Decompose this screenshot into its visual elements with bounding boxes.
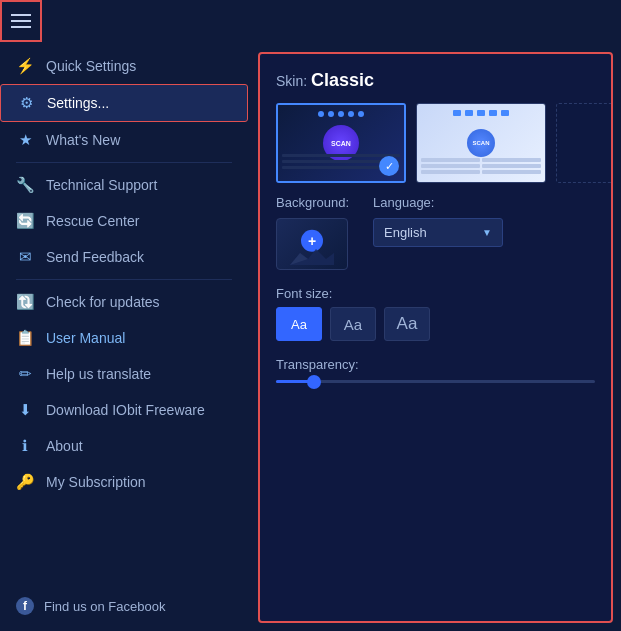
background-group: Background: + [276,195,349,270]
skin-thumb-dark[interactable]: SCAN ✓ [276,103,406,183]
sidebar-item-help-translate[interactable]: ✏ Help us translate [0,356,248,392]
thumb-dot [318,111,324,117]
font-size-small-label: Aa [291,317,307,332]
thumb2-lines [421,158,541,174]
font-size-large[interactable]: Aa [384,307,430,341]
skin-section-title: Skin: Classic [276,70,595,91]
facebook-label: Find us on Facebook [44,599,165,614]
sidebar-item-label: Technical Support [46,177,157,193]
thumb2-nav-item [453,110,461,116]
hamburger-menu[interactable] [0,0,42,42]
thumb2-line [482,170,541,174]
thumb-dots [318,111,364,117]
transparency-slider-thumb[interactable] [307,375,321,389]
language-group: Language: English ▼ [373,195,503,247]
sidebar-item-label: My Subscription [46,474,146,490]
hamburger-line-2 [11,20,31,22]
font-size-medium[interactable]: Aa [330,307,376,341]
thumb2-nav-item [477,110,485,116]
sidebar-item-label: User Manual [46,330,125,346]
about-icon: ℹ [16,437,34,455]
sidebar-item-my-subscription[interactable]: 🔑 My Subscription [0,464,248,500]
thumb-dot [328,111,334,117]
skin-thumb-add[interactable]: + [556,103,613,183]
sidebar-item-download-iobit[interactable]: ⬇ Download IObit Freeware [0,392,248,428]
thumb2-line [482,158,541,162]
settings-panel: Skin: Classic SCAN ✓ [258,52,613,623]
skin-thumbnails: SCAN ✓ SCAN [276,103,595,183]
whats-new-icon: ★ [16,131,34,149]
thumb2-line [421,170,480,174]
settings-icon: ⚙ [17,94,35,112]
hamburger-line-1 [11,14,31,16]
skin-value: Classic [311,70,374,90]
sidebar-item-send-feedback[interactable]: ✉ Send Feedback [0,239,248,275]
sidebar-item-label: Rescue Center [46,213,139,229]
facebook-link[interactable]: f Find us on Facebook [0,589,248,623]
thumb2-nav [417,110,545,116]
sidebar-item-about[interactable]: ℹ About [0,428,248,464]
skin-label: Skin: [276,73,307,89]
thumb2-nav-item [501,110,509,116]
facebook-icon: f [16,597,34,615]
help-translate-icon: ✏ [16,365,34,383]
transparency-slider-track[interactable] [276,380,595,383]
transparency-section: Transparency: [276,357,595,383]
font-size-section: Font size: Aa Aa Aa [276,286,595,341]
skin-thumb-dark-inner: SCAN ✓ [278,105,404,181]
sidebar-item-label: Help us translate [46,366,151,382]
sidebar-item-label: What's New [46,132,120,148]
language-label: Language: [373,195,503,210]
skin-thumb-light-inner: SCAN [417,104,545,182]
sidebar-divider-2 [16,279,232,280]
background-chooser[interactable]: + [276,218,348,270]
font-size-large-label: Aa [397,314,418,334]
scan-circle-light: SCAN [467,129,495,157]
thumb-dot [338,111,344,117]
technical-support-icon: 🔧 [16,176,34,194]
chevron-down-icon: ▼ [482,227,492,238]
rescue-center-icon: 🔄 [16,212,34,230]
sidebar-divider-1 [16,162,232,163]
background-label: Background: [276,195,349,210]
sidebar-item-settings[interactable]: ⚙ Settings... [0,84,248,122]
send-feedback-icon: ✉ [16,248,34,266]
selected-check: ✓ [379,156,399,176]
download-icon: ⬇ [16,401,34,419]
sidebar-item-whats-new[interactable]: ★ What's New [0,122,248,158]
language-dropdown[interactable]: English ▼ [373,218,503,247]
skin-thumb-light[interactable]: SCAN [416,103,546,183]
thumb2-line [421,158,480,162]
sidebar-item-label: Download IObit Freeware [46,402,205,418]
background-language-row: Background: + Language: English ▼ [276,195,595,270]
language-value: English [384,225,427,240]
subscription-icon: 🔑 [16,473,34,491]
transparency-label: Transparency: [276,357,595,372]
font-size-buttons: Aa Aa Aa [276,307,595,341]
font-size-label: Font size: [276,286,595,301]
thumb2-line [482,164,541,168]
thumb2-nav-item [465,110,473,116]
sidebar-item-check-updates[interactable]: 🔃 Check for updates [0,284,248,320]
thumb2-nav-item [489,110,497,116]
thumb-line [282,154,400,157]
background-mountain-icon [290,245,334,265]
sidebar-item-user-manual[interactable]: 📋 User Manual [0,320,248,356]
quick-settings-icon: ⚡ [16,57,34,75]
hamburger-line-3 [11,26,31,28]
font-size-small[interactable]: Aa [276,307,322,341]
check-updates-icon: 🔃 [16,293,34,311]
thumb2-line [421,164,480,168]
font-size-medium-label: Aa [344,316,362,333]
sidebar-item-label: Send Feedback [46,249,144,265]
sidebar-item-quick-settings[interactable]: ⚡ Quick Settings [0,48,248,84]
sidebar-item-rescue-center[interactable]: 🔄 Rescue Center [0,203,248,239]
sidebar-item-label: About [46,438,83,454]
sidebar-footer: f Find us on Facebook [0,619,248,631]
user-manual-icon: 📋 [16,329,34,347]
sidebar-item-label: Settings... [47,95,109,111]
sidebar-item-technical-support[interactable]: 🔧 Technical Support [0,167,248,203]
thumb-dot [358,111,364,117]
thumb-dot [348,111,354,117]
sidebar: ⚡ Quick Settings ⚙ Settings... ★ What's … [0,0,248,631]
